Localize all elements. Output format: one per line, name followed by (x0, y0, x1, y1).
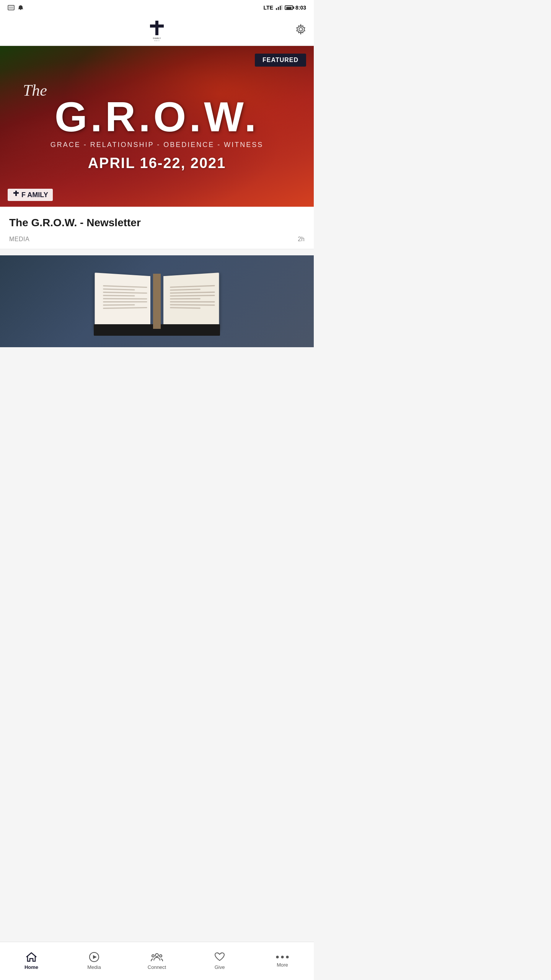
status-bar-left (8, 5, 24, 10)
signal-bars-icon (276, 5, 282, 10)
lte-label: LTE (264, 5, 273, 11)
text-line-7 (103, 304, 135, 306)
bible-right-text (170, 285, 215, 309)
bible-illustration (92, 267, 222, 336)
svg-rect-4 (278, 7, 279, 10)
bible-right-page (163, 273, 219, 330)
settings-button[interactable] (295, 24, 306, 37)
text-line-r8 (170, 307, 200, 309)
text-line-4 (103, 295, 135, 297)
status-bar: LTE 8:03 (0, 0, 314, 15)
svg-rect-14 (13, 192, 19, 194)
bible-left-page (95, 273, 150, 330)
svg-rect-3 (276, 8, 277, 10)
svg-rect-1 (9, 7, 13, 9)
text-line-r3 (170, 292, 215, 294)
text-line-5 (103, 298, 147, 300)
featured-banner[interactable]: FEATURED The G.R.O.W. GRACE - RELATIONSH… (0, 46, 314, 207)
bible-left-text (103, 285, 147, 309)
text-line-2 (103, 289, 135, 291)
text-line-r4 (170, 295, 215, 297)
text-line-r7 (170, 304, 215, 306)
svg-rect-5 (280, 6, 281, 10)
bible-spine (153, 274, 161, 329)
banner-content: The G.R.O.W. GRACE - RELATIONSHIP - OBED… (0, 46, 314, 207)
card-category: MEDIA (9, 236, 29, 243)
text-line-r1 (170, 285, 215, 288)
svg-rect-8 (150, 24, 164, 28)
second-card-image (0, 255, 314, 347)
banner-church-logo: F AMILY (8, 189, 53, 201)
text-line-r5 (170, 298, 200, 299)
banner-church-name: F AMILY (21, 191, 48, 199)
banner-subtitle: GRACE - RELATIONSHIP - OBEDIENCE - WITNE… (51, 141, 263, 149)
svg-rect-6 (281, 5, 282, 10)
text-line-3 (103, 292, 147, 294)
banner-the-text: The (23, 81, 47, 100)
time-display: 8:03 (295, 5, 306, 11)
banner-cross-icon (12, 191, 20, 199)
card-time: 2h (298, 236, 305, 243)
battery-icon (285, 5, 293, 10)
banner-grow-title: G.R.O.W. (55, 96, 259, 138)
first-card-content[interactable]: The G.R.O.W. - Newsletter MEDIA 2h (0, 207, 314, 249)
svg-text:FAMILY: FAMILY (153, 37, 161, 39)
svg-point-12 (299, 28, 303, 31)
status-bar-right: LTE 8:03 (264, 5, 306, 11)
text-line-8 (103, 307, 147, 309)
notification-icon (18, 5, 24, 10)
svg-rect-7 (155, 21, 158, 35)
text-line-1 (103, 285, 147, 288)
gear-icon (295, 24, 306, 34)
second-card[interactable] (0, 255, 314, 347)
text-line-r2 (170, 289, 200, 291)
app-logo: FAMILY BIBLE CHURCH (145, 20, 168, 41)
sim-icon (8, 5, 15, 10)
card-title: The G.R.O.W. - Newsletter (9, 216, 305, 230)
card-meta: MEDIA 2h (9, 236, 305, 243)
text-line-r6 (170, 301, 215, 302)
svg-text:BIBLE: BIBLE (154, 40, 160, 41)
church-cross-logo: FAMILY BIBLE CHURCH (145, 20, 168, 41)
svg-rect-2 (20, 9, 21, 10)
banner-date: APRIL 16-22, 2021 (88, 155, 226, 172)
app-header: FAMILY BIBLE CHURCH (0, 15, 314, 46)
text-line-6 (103, 301, 147, 302)
